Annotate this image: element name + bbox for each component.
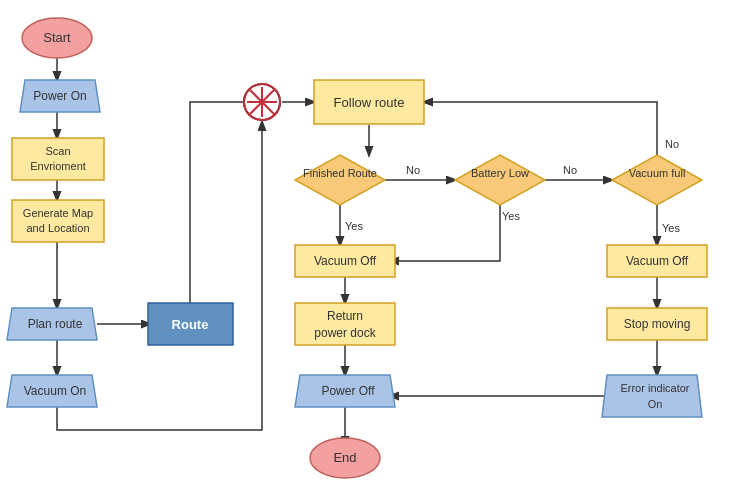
gen-map-label2: and Location (27, 222, 90, 234)
finished-route-node (295, 155, 385, 205)
battery-low-node (455, 155, 545, 205)
label-no3: No (665, 138, 679, 150)
start-label: Start (43, 30, 71, 45)
stop-moving-label: Stop moving (624, 317, 691, 331)
label-yes2: Yes (502, 210, 520, 222)
scan-env-label: Scan (45, 145, 70, 157)
battery-low-label: Battery Low (471, 167, 529, 179)
power-off-label: Power Off (321, 384, 375, 398)
error-indicator-label: Error indicator (620, 382, 689, 394)
label-no2: No (563, 164, 577, 176)
gen-map-label: Generate Map (23, 207, 93, 219)
label-yes1: Yes (345, 220, 363, 232)
vacuum-full-label: Vacuum full (629, 167, 686, 179)
label-yes3: Yes (662, 222, 680, 234)
label-no1: No (406, 164, 420, 176)
vacuum-off-left-label: Vacuum Off (314, 254, 377, 268)
route-label: Route (172, 317, 209, 332)
follow-route-label: Follow route (334, 95, 405, 110)
error-indicator-label2: On (648, 398, 663, 410)
vacuum-off-right-label: Vacuum Off (626, 254, 689, 268)
plan-route-label: Plan route (28, 317, 83, 331)
finished-route-label: Finished Route (303, 167, 377, 179)
scan-env-label2: Envrioment (30, 160, 86, 172)
arrow-route-xor (190, 102, 252, 308)
vacuum-on-label: Vacuum On (24, 384, 86, 398)
return-dock-label: Return (327, 309, 363, 323)
power-on-label: Power On (33, 89, 86, 103)
return-dock-label2: power dock (314, 326, 376, 340)
vacuum-full-node (612, 155, 702, 205)
arrow-vacuumfull-followroute (424, 102, 657, 155)
arrow-battery-vacuumoffleft (390, 205, 500, 261)
end-label: End (333, 450, 356, 465)
